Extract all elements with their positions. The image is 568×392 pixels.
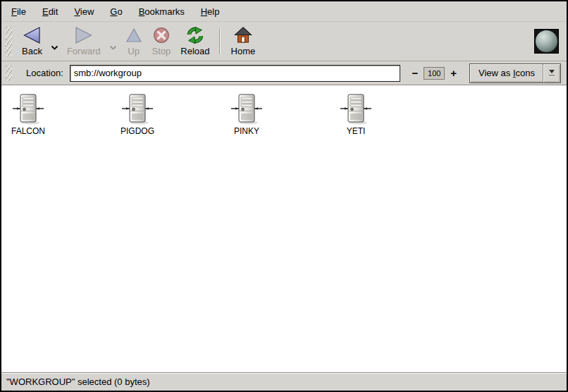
back-label: Back	[22, 47, 42, 56]
home-icon	[234, 26, 252, 44]
menu-item-help[interactable]: Help	[194, 3, 227, 20]
network-server-icon	[121, 93, 154, 125]
zoom-level: 100	[424, 67, 445, 80]
stop-icon	[153, 26, 170, 44]
menu-item-bookmarks[interactable]: Bookmarks	[132, 3, 192, 20]
toolbar: Back Forward Up	[1, 21, 567, 61]
file-item-falcon[interactable]: FALCON	[6, 93, 51, 136]
menu-item-view[interactable]: View	[67, 3, 101, 20]
status-text: "WORKGROUP" selected (0 bytes)	[6, 376, 150, 387]
stop-button[interactable]: Stop	[147, 24, 176, 59]
item-label: FALCON	[11, 126, 45, 136]
menu-item-edit[interactable]: Edit	[35, 3, 65, 20]
location-bar-grip[interactable]	[6, 65, 12, 81]
up-button[interactable]: Up	[121, 24, 147, 59]
dropdown-indicator-icon	[543, 64, 560, 82]
icon-view[interactable]: FALCON PIGDOG PINKY YETI	[1, 85, 567, 372]
toolbar-grip[interactable]	[6, 26, 12, 56]
file-item-pigdog[interactable]: PIGDOG	[115, 93, 160, 136]
view-as-label: View as Icons	[470, 68, 543, 78]
status-bar: "WORKGROUP" selected (0 bytes)	[1, 372, 567, 391]
network-server-icon	[12, 93, 44, 125]
network-server-icon	[340, 93, 372, 125]
reload-label: Reload	[180, 47, 209, 56]
back-button[interactable]: Back	[17, 24, 47, 59]
back-history-dropdown-icon[interactable]	[47, 40, 62, 53]
item-label: PIGDOG	[121, 126, 154, 136]
location-bar: Location: − 100 + View as Icons	[1, 61, 567, 85]
forward-label: Forward	[67, 47, 101, 56]
globe-sphere-icon	[536, 30, 557, 52]
throbber-icon	[534, 29, 559, 54]
menu-item-go[interactable]: Go	[103, 3, 129, 20]
forward-button[interactable]: Forward	[62, 24, 106, 59]
home-label: Home	[231, 47, 256, 56]
item-label: PINKY	[234, 126, 259, 136]
file-item-pinky[interactable]: PINKY	[224, 93, 269, 136]
forward-arrow-icon	[75, 26, 93, 44]
home-button[interactable]: Home	[226, 24, 261, 59]
menu-bar: File Edit View Go Bookmarks Help	[1, 1, 567, 21]
view-as-dropdown[interactable]: View as Icons	[469, 63, 561, 83]
zoom-out-button[interactable]: −	[407, 68, 422, 78]
forward-history-dropdown-icon[interactable]	[106, 40, 121, 53]
up-label: Up	[128, 47, 140, 56]
reload-icon	[186, 26, 204, 44]
file-item-yeti[interactable]: YETI	[333, 93, 378, 136]
back-arrow-icon	[23, 26, 41, 44]
location-label: Location:	[26, 68, 63, 78]
item-label: YETI	[347, 126, 366, 136]
stop-label: Stop	[152, 47, 171, 56]
file-browser-window: File Edit View Go Bookmarks Help Back	[0, 0, 568, 392]
network-server-icon	[230, 93, 263, 125]
reload-button[interactable]: Reload	[175, 24, 214, 59]
menu-item-file[interactable]: File	[4, 3, 33, 20]
zoom-in-button[interactable]: +	[446, 68, 461, 78]
toolbar-separator	[219, 29, 220, 54]
location-input[interactable]	[70, 65, 401, 82]
up-arrow-icon	[125, 26, 142, 44]
